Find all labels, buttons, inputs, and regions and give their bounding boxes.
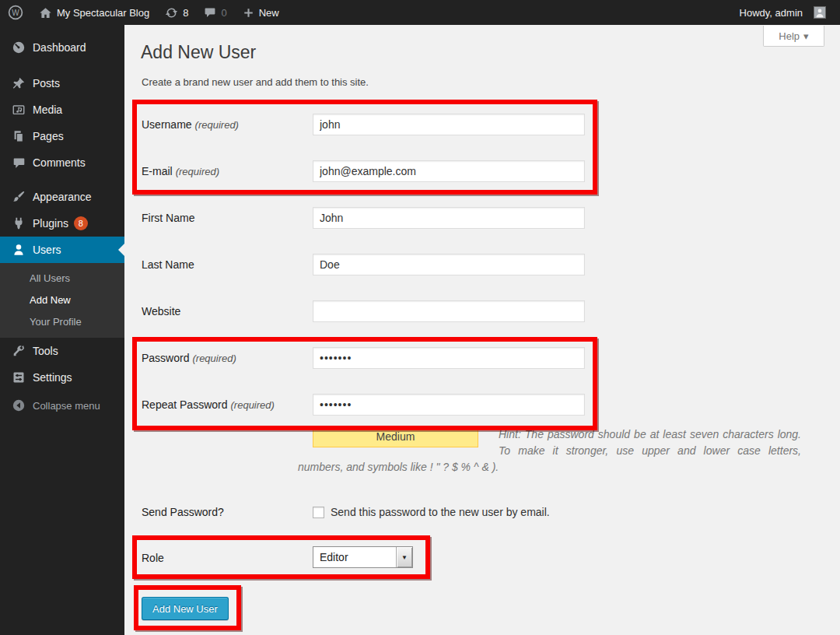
sidebar-item-label: Comments — [33, 156, 86, 169]
sidebar-item-posts[interactable]: Posts — [0, 70, 124, 96]
wordpress-logo-menu[interactable]: W — [0, 0, 31, 25]
chevron-down-icon: ▾ — [803, 30, 809, 42]
sidebar-item-plugins[interactable]: Plugins 8 — [0, 210, 124, 237]
updates-count: 8 — [183, 7, 188, 19]
dropdown-arrow-icon: ▼ — [396, 547, 412, 567]
page-title: Add New User — [141, 42, 256, 62]
required-note: (required) — [192, 353, 236, 364]
sidebar-item-label: Tools — [33, 345, 58, 357]
submenu-item-your-profile[interactable]: Your Profile — [0, 311, 124, 333]
submenu-item-add-new[interactable]: Add New — [0, 289, 124, 311]
repeat-password-label-text: Repeat Password — [142, 398, 228, 411]
collapse-menu-button[interactable]: Collapse menu — [0, 392, 124, 419]
send-password-checkbox[interactable] — [313, 507, 324, 518]
repeat-password-input[interactable] — [313, 394, 585, 416]
plugins-update-badge: 8 — [74, 216, 88, 230]
help-tab-button[interactable]: Help ▾ — [763, 26, 824, 47]
send-password-label: Send Password? — [142, 501, 305, 523]
role-selected-value: Editor — [313, 547, 396, 567]
username-label-text: Username — [142, 118, 192, 131]
comments-count: 0 — [221, 7, 226, 19]
first-name-input[interactable] — [313, 207, 585, 229]
dashboard-gauge-icon — [11, 40, 26, 55]
user-icon — [11, 242, 26, 258]
my-account-link[interactable]: Howdy, admin — [732, 0, 834, 25]
menu-separator — [0, 61, 124, 70]
admin-toolbar-right: Howdy, admin — [732, 0, 840, 25]
howdy-label: Howdy, admin — [740, 7, 803, 19]
first-name-label: First Name — [142, 207, 305, 229]
sidebar-item-label: Appearance — [33, 191, 92, 203]
page-subtitle: Create a brand new user and add them to … — [142, 76, 369, 88]
menu-separator — [0, 176, 124, 184]
sidebar-item-label: Plugins — [33, 217, 68, 230]
home-icon — [39, 6, 52, 19]
sidebar-item-label: Posts — [33, 77, 60, 89]
new-content-label: New — [259, 7, 279, 19]
new-content-link[interactable]: New — [235, 0, 287, 25]
send-password-row: Send this password to the new user by em… — [313, 501, 550, 523]
username-label: Username(required) — [142, 114, 305, 135]
sidebar-item-users[interactable]: Users — [0, 237, 124, 263]
required-note: (required) — [195, 119, 239, 131]
wordpress-logo-icon: W — [8, 5, 23, 20]
collapse-arrow-icon — [11, 398, 26, 413]
plugin-icon — [11, 216, 26, 231]
email-label: E-mail(required) — [142, 160, 305, 182]
pages-icon — [11, 128, 26, 144]
sliders-icon — [11, 370, 26, 385]
comments-icon — [11, 155, 26, 170]
wordpress-admin-screen: W My Spectacular Blog 8 — [0, 0, 840, 635]
admin-menu: Dashboard Posts Media Pages — [0, 25, 124, 391]
submenu-item-all-users[interactable]: All Users — [0, 268, 124, 289]
admin-toolbar-left: W My Spectacular Blog 8 — [0, 0, 287, 25]
sidebar-item-comments[interactable]: Comments — [0, 149, 124, 176]
password-label: Password(required) — [142, 347, 305, 369]
paintbrush-icon — [11, 189, 26, 205]
last-name-input[interactable] — [313, 254, 585, 275]
email-input[interactable] — [313, 160, 585, 182]
admin-toolbar: W My Spectacular Blog 8 — [0, 0, 840, 25]
pushpin-icon — [11, 75, 26, 91]
wrench-icon — [11, 343, 26, 359]
role-label: Role — [142, 547, 305, 569]
strength-meter-wrap: Medium — [313, 426, 478, 450]
add-new-user-button[interactable]: Add New User — [142, 597, 229, 620]
user-avatar — [814, 6, 826, 19]
sidebar-item-settings[interactable]: Settings — [0, 364, 124, 391]
repeat-password-label: Repeat Password(required) — [142, 394, 305, 416]
role-select[interactable]: Editor ▼ — [313, 546, 413, 568]
updates-icon — [165, 6, 178, 19]
sidebar-item-label: Pages — [33, 130, 64, 142]
updates-link[interactable]: 8 — [157, 0, 196, 25]
website-input[interactable] — [313, 300, 585, 322]
password-input[interactable] — [313, 347, 585, 369]
collapse-menu-label: Collapse menu — [33, 400, 100, 412]
users-submenu: All Users Add New Your Profile — [0, 263, 124, 338]
site-name-label: My Spectacular Blog — [57, 7, 149, 19]
password-strength-meter: Medium — [313, 426, 478, 447]
sidebar-item-label: Media — [33, 103, 62, 116]
username-input[interactable] — [313, 114, 585, 135]
email-label-text: E-mail — [142, 165, 173, 177]
website-label: Website — [142, 300, 305, 322]
last-name-label: Last Name — [142, 254, 305, 275]
plus-icon — [243, 7, 254, 19]
svg-text:W: W — [12, 9, 19, 17]
sidebar-item-pages[interactable]: Pages — [0, 123, 124, 149]
sidebar-item-dashboard[interactable]: Dashboard — [0, 34, 124, 61]
comment-bubble-icon — [204, 6, 216, 19]
sidebar-item-media[interactable]: Media — [0, 96, 124, 123]
media-icon — [11, 102, 26, 118]
main-content: Help ▾ Add New User Create a brand new u… — [124, 25, 840, 635]
admin-sidebar: Dashboard Posts Media Pages — [0, 25, 124, 635]
password-strength-section: Medium Hint: The password should be at l… — [298, 426, 801, 475]
required-note: (required) — [176, 166, 219, 177]
sidebar-item-label: Dashboard — [33, 41, 86, 54]
sidebar-item-appearance[interactable]: Appearance — [0, 184, 124, 210]
sidebar-item-label: Users — [33, 244, 61, 256]
comments-link[interactable]: 0 — [196, 0, 234, 25]
sidebar-item-label: Settings — [33, 371, 72, 384]
site-name-link[interactable]: My Spectacular Blog — [31, 0, 157, 25]
sidebar-item-tools[interactable]: Tools — [0, 338, 124, 364]
